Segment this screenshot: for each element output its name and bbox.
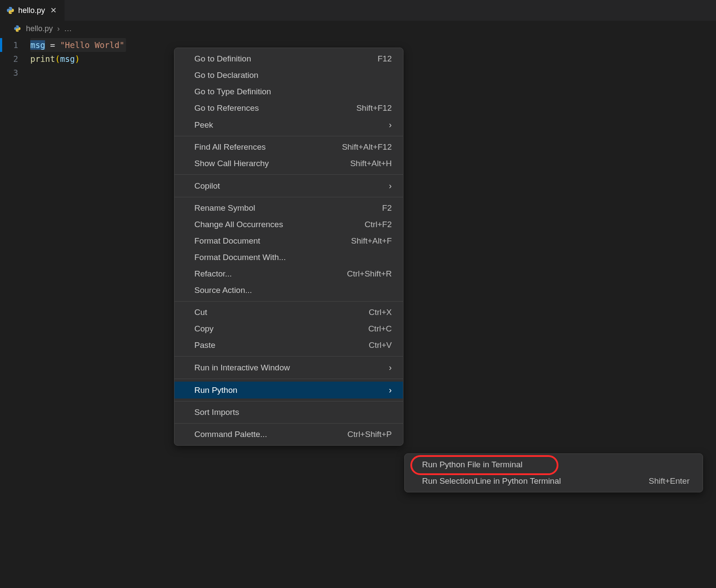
code-token: print (30, 54, 55, 64)
menu-item-shortcut: Ctrl+Shift+R (347, 269, 392, 279)
tab-bar: hello.py ✕ (0, 0, 716, 21)
menu-item[interactable]: CutCtrl+X (174, 304, 403, 321)
menu-item[interactable]: Find All ReferencesShift+Alt+F12 (174, 139, 403, 155)
menu-item-label: Change All Occurrences (194, 220, 283, 229)
menu-item-label: Paste (194, 341, 216, 350)
menu-separator (174, 379, 403, 379)
menu-separator (174, 136, 403, 136)
menu-item-shortcut: Ctrl+C (368, 324, 392, 334)
menu-item-label: Go to Type Definition (194, 87, 271, 96)
code-token: "Hello World" (60, 40, 125, 50)
menu-item-label: Run in Interactive Window (194, 363, 290, 373)
menu-item[interactable]: Run Python› (174, 382, 403, 398)
chevron-right-icon: › (389, 385, 392, 395)
menu-item-label: Run Python (194, 386, 237, 395)
chevron-right-icon: › (389, 363, 392, 373)
menu-item[interactable]: Peek› (174, 116, 403, 133)
context-submenu: Run Python File in TerminalRun Selection… (404, 453, 703, 492)
chevron-right-icon: › (389, 120, 392, 130)
menu-item-label: Cut (194, 308, 207, 317)
menu-item-shortcut: Ctrl+Shift+P (348, 430, 392, 439)
menu-item-label: Copilot (194, 181, 220, 191)
menu-item-shortcut: F12 (377, 54, 392, 64)
line-number: 2 (0, 52, 30, 66)
tab-filename: hello.py (18, 6, 45, 15)
menu-item-label: Go to Definition (194, 54, 251, 64)
menu-item-label: Refactor... (194, 269, 232, 279)
menu-item-shortcut: F2 (382, 203, 392, 213)
menu-item[interactable]: Source Action... (174, 282, 403, 299)
menu-item[interactable]: Refactor...Ctrl+Shift+R (174, 266, 403, 282)
menu-item-shortcut: Ctrl+X (369, 308, 392, 317)
menu-item-label: Source Action... (194, 286, 252, 295)
menu-item[interactable]: PasteCtrl+V (174, 337, 403, 353)
code-token: msg (30, 40, 45, 50)
menu-item-label: Rename Symbol (194, 203, 255, 213)
chevron-right-icon: › (389, 181, 392, 191)
menu-item-shortcut: Shift+Alt+H (350, 159, 392, 168)
menu-item-shortcut: Ctrl+F2 (364, 220, 392, 229)
menu-item-label: Find All References (194, 142, 266, 152)
menu-item-label: Command Palette... (194, 430, 267, 439)
menu-item-label: Run Python File in Terminal (422, 460, 522, 469)
chevron-right-icon: › (57, 24, 60, 33)
menu-item-label: Copy (194, 324, 213, 334)
menu-item[interactable]: Go to ReferencesShift+F12 (174, 100, 403, 116)
breadcrumb[interactable]: hello.py › … (0, 21, 716, 36)
menu-item-shortcut: Ctrl+V (369, 341, 392, 350)
menu-item[interactable]: Run Selection/Line in Python TerminalShi… (405, 473, 703, 489)
context-menu: Go to DefinitionF12Go to DeclarationGo t… (174, 48, 403, 446)
close-icon[interactable]: ✕ (48, 6, 58, 15)
menu-item[interactable]: Format DocumentShift+Alt+F (174, 233, 403, 249)
editor-tab[interactable]: hello.py ✕ (0, 0, 65, 21)
menu-item[interactable]: Rename SymbolF2 (174, 200, 403, 216)
menu-separator (174, 197, 403, 197)
menu-item[interactable]: Go to Declaration (174, 67, 403, 84)
menu-item-label: Peek (194, 120, 213, 130)
menu-item-shortcut: Shift+Enter (648, 476, 690, 486)
menu-separator (174, 356, 403, 357)
menu-item[interactable]: Change All OccurrencesCtrl+F2 (174, 216, 403, 233)
menu-item[interactable]: Copilot› (174, 177, 403, 194)
menu-item[interactable]: Run Python File in Terminal (405, 456, 703, 473)
code-token: msg (60, 54, 75, 64)
menu-item-label: Go to References (194, 103, 259, 113)
modified-gutter-marker (0, 38, 2, 52)
menu-item-label: Go to Declaration (194, 71, 258, 80)
python-file-icon (6, 6, 15, 15)
menu-item-shortcut: Shift+F12 (356, 103, 392, 113)
menu-item-label: Format Document (194, 236, 260, 246)
menu-separator (174, 301, 403, 302)
menu-item-label: Run Selection/Line in Python Terminal (422, 476, 561, 486)
menu-item[interactable]: Format Document With... (174, 249, 403, 266)
menu-item[interactable]: Go to DefinitionF12 (174, 51, 403, 67)
line-number: 3 (0, 66, 30, 80)
menu-item-label: Sort Imports (194, 408, 239, 417)
menu-item-shortcut: Shift+Alt+F (351, 236, 392, 246)
menu-item-label: Format Document With... (194, 253, 286, 262)
menu-item-label: Show Call Hierarchy (194, 159, 269, 168)
breadcrumb-more: … (64, 24, 72, 33)
python-file-icon (13, 24, 22, 33)
menu-item[interactable]: Sort Imports (174, 404, 403, 421)
menu-separator (174, 423, 403, 424)
menu-item[interactable]: Go to Type Definition (174, 84, 403, 100)
menu-item[interactable]: Command Palette...Ctrl+Shift+P (174, 426, 403, 443)
menu-item[interactable]: CopyCtrl+C (174, 321, 403, 337)
menu-item-shortcut: Shift+Alt+F12 (342, 142, 392, 152)
breadcrumb-filename: hello.py (26, 24, 53, 33)
line-number: 1 (0, 38, 30, 52)
menu-item[interactable]: Run in Interactive Window› (174, 359, 403, 376)
code-token: ) (75, 54, 80, 64)
menu-separator (174, 174, 403, 175)
menu-separator (174, 401, 403, 402)
code-token: ( (55, 54, 60, 64)
code-token: = (45, 40, 60, 50)
menu-item[interactable]: Show Call HierarchyShift+Alt+H (174, 155, 403, 172)
